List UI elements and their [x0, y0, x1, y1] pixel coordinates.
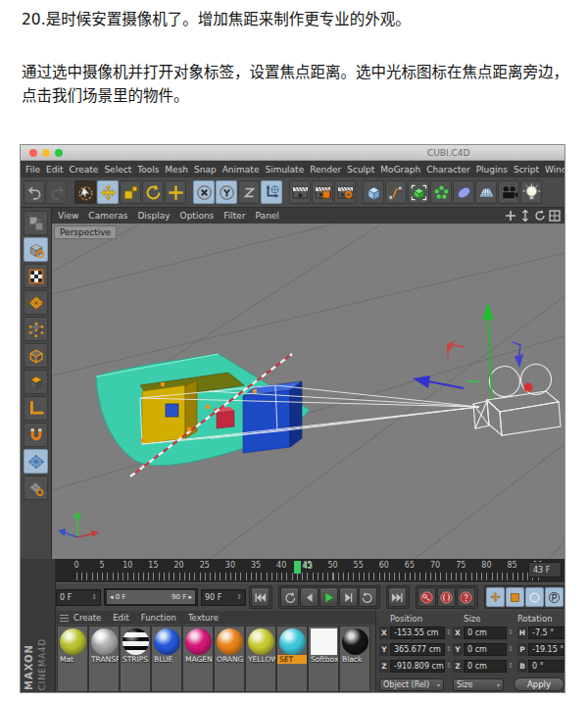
menu-script[interactable]: Script: [514, 165, 539, 175]
render-view-icon[interactable]: [289, 180, 311, 204]
menu-mograph[interactable]: MoGraph: [380, 165, 420, 175]
material-yellow[interactable]: YELLOW: [245, 626, 276, 692]
zoom-window-icon[interactable]: [55, 149, 63, 157]
material-softbox[interactable]: Softbox: [308, 626, 339, 692]
polygons-mode-icon[interactable]: [24, 370, 48, 394]
add-spline-icon[interactable]: [385, 180, 407, 204]
timeline-ruler[interactable]: 0510152025303540455055606570758085904343…: [56, 559, 565, 582]
material-menu-function[interactable]: Function: [141, 613, 176, 623]
range-start-field[interactable]: 0 F↕: [56, 589, 101, 606]
apply-button[interactable]: Apply: [514, 677, 564, 691]
goto-start-icon[interactable]: [251, 587, 270, 607]
toggle-panels-icon[interactable]: [549, 210, 561, 222]
next-frame-icon[interactable]: [339, 587, 358, 607]
last-tool-icon[interactable]: [165, 180, 186, 204]
stepper-icon[interactable]: ↕: [508, 645, 514, 653]
object-mode-dropdown[interactable]: ▾Object (Rel): [379, 678, 444, 691]
add-array-icon[interactable]: [430, 180, 452, 204]
menu-character[interactable]: Character: [426, 165, 469, 175]
size-z-field[interactable]: 0 cm: [464, 660, 507, 673]
menu-tools[interactable]: Tools: [137, 165, 159, 175]
key-parameter-icon[interactable]: [545, 587, 564, 607]
live-selection-icon[interactable]: [74, 180, 96, 204]
timeline-playhead[interactable]: [294, 561, 301, 574]
axis-mode-icon[interactable]: [24, 396, 48, 421]
stepper-icon[interactable]: ↕: [508, 628, 514, 636]
key-rotation-icon[interactable]: [525, 587, 544, 607]
snap-magnet-icon[interactable]: [24, 423, 48, 447]
menu-window[interactable]: Window: [545, 165, 564, 175]
snap-grid-icon[interactable]: [24, 449, 48, 474]
stepper-icon[interactable]: ↕: [508, 662, 514, 670]
menu-mesh[interactable]: Mesh: [165, 165, 188, 175]
rotation-h-field[interactable]: -7.5 °: [528, 627, 565, 639]
coordinate-system-icon[interactable]: [261, 180, 282, 204]
viewport-label[interactable]: Perspective: [54, 226, 117, 239]
rotate-tool-icon[interactable]: [142, 180, 164, 204]
goto-end-icon[interactable]: [388, 587, 407, 607]
size-x-field[interactable]: 0 cm: [464, 627, 507, 639]
minimize-window-icon[interactable]: [42, 149, 50, 157]
key-position-icon[interactable]: [486, 587, 505, 607]
play-icon[interactable]: [319, 587, 338, 607]
lock-y-icon[interactable]: [216, 180, 237, 204]
render-settings-icon[interactable]: [334, 180, 356, 204]
close-window-icon[interactable]: [29, 149, 37, 157]
size-mode-dropdown[interactable]: ▾Size: [453, 678, 504, 691]
lock-x-icon[interactable]: [193, 180, 215, 204]
redo-icon[interactable]: [46, 180, 68, 204]
cycle-icon[interactable]: [359, 587, 377, 607]
camera-object[interactable]: [473, 365, 561, 436]
menu-edit[interactable]: Edit: [46, 165, 63, 175]
material-strips[interactable]: STRIPS: [120, 626, 151, 692]
viewport-menu-cameras[interactable]: Cameras: [88, 211, 127, 221]
prev-frame-icon[interactable]: [300, 587, 318, 607]
material-set[interactable]: SET: [276, 626, 308, 692]
render-region-icon[interactable]: [312, 180, 333, 204]
loop-icon[interactable]: [280, 587, 299, 607]
undo-icon[interactable]: [24, 180, 45, 204]
add-floor-icon[interactable]: [475, 180, 497, 204]
material-menu-texture[interactable]: Texture: [188, 613, 219, 623]
position-x-field[interactable]: -153.55 cm: [390, 627, 445, 639]
frame-range-slider[interactable]: ◂ 0 F90 F ▸: [104, 588, 198, 606]
add-generator-icon[interactable]: [408, 180, 429, 204]
viewport-menu-display[interactable]: Display: [137, 211, 170, 221]
plane-handle-blue[interactable]: [513, 342, 522, 366]
window-titlebar[interactable]: CUBI.C4D: [21, 145, 564, 161]
make-editable-icon[interactable]: [24, 211, 48, 235]
perspective-viewport[interactable]: Perspective: [52, 224, 565, 559]
rotation-b-field[interactable]: 0 °: [528, 660, 565, 673]
position-y-field[interactable]: 365.677 cm: [390, 643, 445, 656]
plane-handle-red[interactable]: [448, 342, 465, 358]
material-menu-edit[interactable]: Edit: [113, 613, 128, 623]
autokey-icon[interactable]: [437, 587, 456, 607]
rotate-view-icon[interactable]: [534, 210, 546, 222]
texture-mode-icon[interactable]: [24, 264, 48, 288]
viewport-menu-panel[interactable]: Panel: [256, 211, 279, 221]
panel-grid-icon[interactable]: [60, 615, 69, 622]
menu-animate[interactable]: Animate: [222, 165, 260, 175]
workplane-mode-icon[interactable]: [24, 290, 48, 315]
axis-x-arrow[interactable]: [413, 376, 464, 388]
key-scale-icon[interactable]: [506, 587, 524, 607]
move-tool-icon[interactable]: [97, 180, 119, 204]
workplane-lock-icon[interactable]: [24, 476, 48, 500]
record-help-icon[interactable]: [457, 587, 475, 607]
menu-render[interactable]: Render: [310, 165, 341, 175]
lock-z-icon[interactable]: [238, 180, 260, 204]
edges-mode-icon[interactable]: [24, 343, 48, 368]
material-black[interactable]: Black: [339, 626, 370, 692]
material-menu-create[interactable]: Create: [74, 613, 101, 623]
material-magen[interactable]: MAGEN: [182, 626, 214, 692]
material-orang[interactable]: ORANG: [214, 626, 245, 692]
current-frame-field[interactable]: 43 F: [528, 562, 562, 577]
viewport-menu-options[interactable]: Options: [180, 211, 215, 221]
stepper-icon[interactable]: ↕: [446, 628, 452, 636]
key-pla-icon[interactable]: [564, 587, 565, 607]
menu-file[interactable]: File: [25, 165, 40, 175]
small-blue-cube[interactable]: [166, 404, 178, 417]
add-metaball-icon[interactable]: [453, 180, 474, 204]
model-mode-icon[interactable]: [24, 237, 48, 262]
menu-snap[interactable]: Snap: [194, 165, 217, 175]
